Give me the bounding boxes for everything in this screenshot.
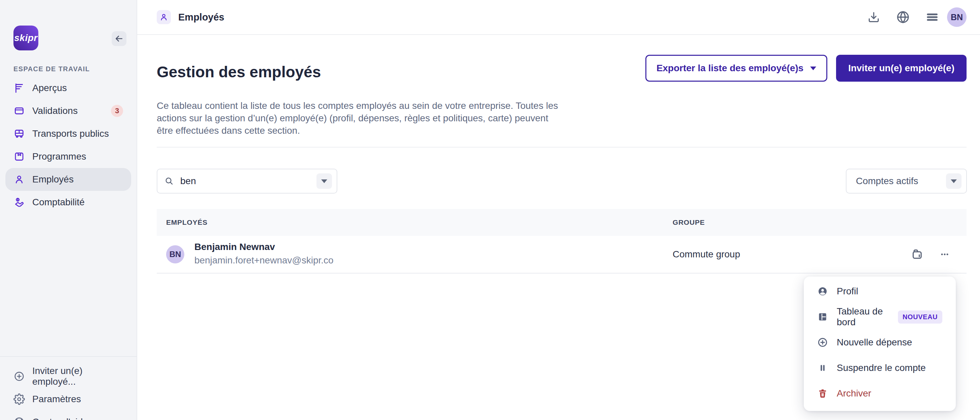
- account-status-select[interactable]: Comptes actifs: [846, 169, 967, 193]
- nouveau-badge: NOUVEAU: [898, 311, 942, 323]
- user-avatar[interactable]: BN: [947, 7, 967, 27]
- profile-circle-icon: [817, 286, 828, 297]
- globe-icon: [896, 10, 910, 24]
- menu-item-label: Suspendre le compte: [837, 363, 926, 373]
- employee-folder-button[interactable]: [909, 246, 926, 263]
- program-package-icon: [13, 151, 25, 162]
- invite-employee-button[interactable]: Inviter un(e) employé(e): [836, 55, 967, 82]
- arrow-left-icon: [114, 33, 124, 44]
- search-input[interactable]: [180, 175, 317, 187]
- overview-flag-icon: [13, 82, 25, 94]
- account-status-value: Comptes actifs: [856, 176, 946, 187]
- menu-item-tableau-de-bord[interactable]: Tableau de bord NOUVEAU: [804, 304, 956, 330]
- sidebar-parametres[interactable]: Paramètres: [5, 388, 131, 410]
- sidebar-centre-aide[interactable]: Centre d'aide: [5, 410, 131, 420]
- plus-circle-icon: [13, 371, 25, 382]
- table-header: EMPLOYÉS GROUPE: [157, 209, 967, 236]
- column-header-employes: EMPLOYÉS: [166, 209, 207, 236]
- topbar-title: Employés: [178, 12, 224, 23]
- page-title: Gestion des employés: [157, 63, 321, 81]
- menu-item-nouvelle-depense[interactable]: Nouvelle dépense: [804, 330, 956, 355]
- employee-name: Benjamin Newnav: [194, 242, 275, 252]
- menu-item-label: Nouvelle dépense: [837, 337, 912, 348]
- chevron-down-icon: [810, 67, 816, 70]
- logo-text: skipr: [14, 33, 37, 43]
- topbar: Employés BN: [137, 0, 980, 35]
- bus-icon: [13, 128, 25, 139]
- life-buoy-icon: [13, 416, 25, 420]
- plus-circle-icon: [817, 337, 828, 348]
- sidebar-item-label: Paramètres: [32, 394, 81, 404]
- employees-chip: [157, 10, 171, 24]
- menu-item-suspendre-le-compte[interactable]: Suspendre le compte: [804, 355, 956, 381]
- sidebar-item-label: Programmes: [32, 151, 86, 162]
- sidebar: skipr ESPACE DE TRAVAIL Aperçus Validati…: [0, 0, 137, 420]
- table-row[interactable]: BN Benjamin Newnav benjamin.foret+newnav…: [157, 236, 967, 274]
- sidebar-item-label: Validations: [32, 106, 78, 116]
- employee-search-box: [157, 169, 337, 193]
- main-menu-button[interactable]: [926, 10, 939, 24]
- sidebar-footer: Inviter un(e) employé... Paramètres Cent…: [0, 356, 137, 420]
- card-icon: [13, 105, 25, 117]
- sidebar-item-apercus[interactable]: Aperçus: [5, 77, 131, 100]
- employee-group: Commute group: [673, 236, 740, 273]
- sidebar-item-programmes[interactable]: Programmes: [5, 145, 131, 168]
- sidebar-item-label: Centre d'aide: [32, 417, 88, 420]
- sidebar-item-validations[interactable]: Validations 3: [5, 100, 131, 122]
- section-divider: [157, 147, 967, 147]
- export-employees-button[interactable]: Exporter la liste des employé(e)s: [645, 55, 827, 82]
- skipr-logo[interactable]: skipr: [13, 25, 38, 51]
- sidebar-invite-employee[interactable]: Inviter un(e) employé...: [5, 365, 131, 388]
- invite-button-label: Inviter un(e) employé(e): [848, 63, 955, 74]
- topbar-actions: BN: [867, 7, 967, 27]
- language-button[interactable]: [896, 10, 910, 24]
- sidebar-item-label: Inviter un(e) employé...: [32, 366, 123, 387]
- sidebar-item-employes[interactable]: Employés: [5, 168, 131, 191]
- sidebar-nav: Aperçus Validations 3 Transports publics: [5, 77, 131, 214]
- gear-icon: [13, 393, 25, 405]
- chevron-down-icon: [951, 179, 957, 183]
- search-icon: [164, 176, 174, 186]
- column-header-groupe: GROUPE: [673, 209, 705, 236]
- export-button-label: Exporter la liste des employé(e)s: [657, 63, 803, 74]
- person-icon: [13, 174, 25, 185]
- page-header-actions: Exporter la liste des employé(e)s Invite…: [645, 55, 967, 82]
- employee-avatar: BN: [166, 245, 184, 263]
- page-description: Ce tableau contient la liste de tous les…: [157, 100, 560, 137]
- hand-coin-icon: [13, 197, 25, 208]
- menu-item-profil[interactable]: Profil: [804, 279, 956, 304]
- menu-item-label: Tableau de bord: [837, 306, 891, 328]
- folder-icon: [910, 248, 924, 261]
- sidebar-item-label: Employés: [32, 174, 74, 185]
- menu-item-archiver[interactable]: Archiver: [804, 381, 956, 406]
- download-button[interactable]: [867, 10, 880, 24]
- sidebar-item-label: Comptabilité: [32, 197, 85, 208]
- sidebar-item-transports-publics[interactable]: Transports publics: [5, 122, 131, 145]
- ellipsis-icon: [938, 248, 951, 261]
- search-options-button[interactable]: [317, 173, 332, 189]
- employee-context-menu: Profil Tableau de bord NOUVEAU Nouvelle …: [804, 277, 956, 411]
- sidebar-item-label: Aperçus: [32, 82, 67, 94]
- employee-more-actions-button[interactable]: [936, 246, 953, 263]
- sidebar-item-comptabilite[interactable]: Comptabilité: [5, 191, 131, 214]
- chevron-down-icon: [321, 179, 327, 183]
- pause-icon: [817, 363, 828, 373]
- sidebar-item-label: Transports publics: [32, 128, 109, 139]
- trash-icon: [817, 388, 828, 399]
- download-icon: [867, 10, 880, 24]
- hamburger-icon: [926, 10, 939, 24]
- workspace-section-label: ESPACE DE TRAVAIL: [13, 65, 90, 73]
- sidebar-collapse-button[interactable]: [111, 31, 126, 46]
- dashboard-icon: [817, 311, 828, 322]
- select-caret-button[interactable]: [946, 173, 961, 189]
- validations-count-badge: 3: [111, 105, 123, 117]
- employee-email: benjamin.foret+newnav@skipr.co: [194, 255, 334, 266]
- menu-item-label: Profil: [837, 286, 858, 297]
- person-icon: [159, 13, 169, 22]
- app-root: skipr ESPACE DE TRAVAIL Aperçus Validati…: [0, 0, 980, 420]
- menu-item-label: Archiver: [837, 388, 871, 399]
